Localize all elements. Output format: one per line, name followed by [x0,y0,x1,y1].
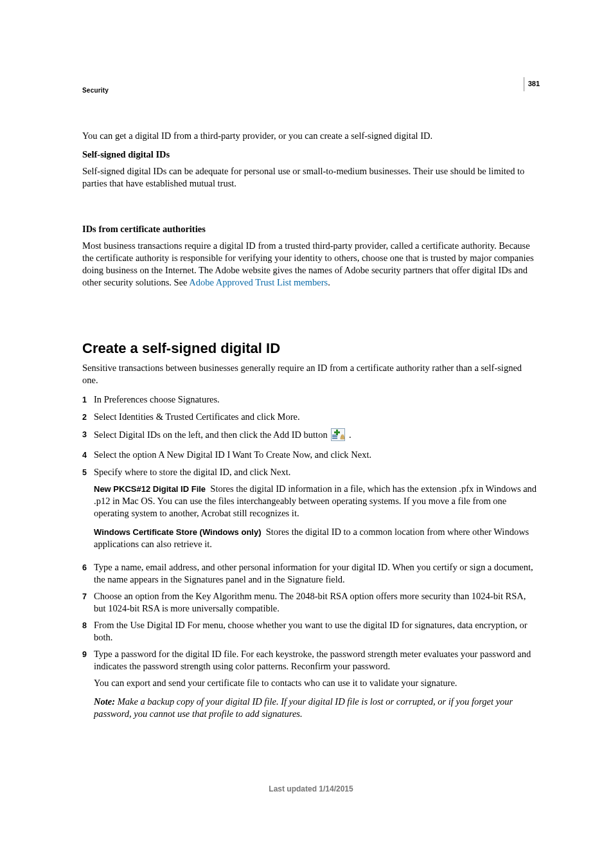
step-number: 9 [82,648,94,727]
note-label: Note: [94,696,118,707]
svg-point-4 [341,435,344,437]
step-number: 6 [82,561,94,586]
step-body: Type a password for the digital ID file.… [94,648,540,727]
step-8: 8 From the Use Digital ID For menu, choo… [82,619,540,644]
trust-list-link[interactable]: Adobe Approved Trust List members [189,277,328,287]
intro-paragraph: You can get a digital ID from a third-pa… [82,130,540,142]
step-9-text: Type a password for the digital ID file.… [94,649,531,671]
self-signed-title: Self-signed digital IDs [82,149,540,160]
step-2: 2 Select Identities & Trusted Certificat… [82,411,540,424]
pkcs12-label: New PKCS#12 Digital ID File [94,484,206,494]
step-5-sub1: New PKCS#12 Digital ID File Stores the d… [94,483,540,520]
footer-last-updated: Last updated 1/14/2015 [82,784,540,793]
step-body: Specify where to store the digital ID, a… [94,466,540,557]
create-id-heading: Create a self-signed digital ID [82,340,540,357]
step-number: 4 [82,449,94,462]
step-4: 4 Select the option A New Digital ID I W… [82,449,540,462]
steps-list: 1 In Preferences choose Signatures. 2 Se… [82,393,540,727]
step-body: In Preferences choose Signatures. [94,393,540,406]
step-number: 2 [82,411,94,424]
self-signed-body: Self-signed digital IDs can be adequate … [82,165,540,190]
step-body: Select Identities & Trusted Certificates… [94,411,540,424]
cert-auth-body: Most business transactions require a dig… [82,240,540,289]
step-number: 7 [82,590,94,615]
step-number: 8 [82,619,94,644]
step-body: Select Digital IDs on the left, and then… [94,428,540,444]
svg-rect-3 [332,438,337,439]
page-number-block: 381 [524,77,540,91]
spacer [82,197,540,224]
page: 381 Security You can get a digital ID fr… [0,0,613,845]
wincert-label: Windows Certificate Store (Windows only) [94,527,262,537]
step-5: 5 Specify where to store the digital ID,… [82,466,540,557]
step-7: 7 Choose an option from the Key Algorith… [82,590,540,615]
create-id-intro: Sensitive transactions between businesse… [82,362,540,386]
step-body: Type a name, email address, and other pe… [94,561,540,586]
running-head: Security [82,87,540,94]
svg-rect-2 [332,437,337,438]
step-1: 1 In Preferences choose Signatures. [82,393,540,406]
step-body: From the Use Digital ID For menu, choose… [94,619,540,644]
step-number: 1 [82,393,94,406]
step-number: 5 [82,466,94,557]
step-6: 6 Type a name, email address, and other … [82,561,540,586]
cert-auth-title: IDs from certificate authorities [82,224,540,235]
step-5-sub2: Windows Certificate Store (Windows only)… [94,526,540,550]
step-9-extra: You can export and send your certificate… [94,677,540,689]
svg-rect-6 [334,431,340,433]
step-9-note: Note: Make a backup copy of your digital… [94,696,540,720]
step-3-after: . [346,429,351,440]
step-3-before: Select Digital IDs on the left, and then… [94,429,330,440]
step-5-text: Specify where to store the digital ID, a… [94,467,290,477]
note-body: Make a backup copy of your digital ID fi… [94,696,513,719]
step-number: 3 [82,428,94,444]
cert-auth-body-after: . [328,277,330,287]
step-9: 9 Type a password for the digital ID fil… [82,648,540,727]
step-body: Select the option A New Digital ID I Wan… [94,449,540,462]
step-body: Choose an option from the Key Algorithm … [94,590,540,615]
page-number: 381 [528,78,540,87]
step-3: 3 Select Digital IDs on the left, and th… [82,428,540,444]
add-id-icon [331,428,345,444]
